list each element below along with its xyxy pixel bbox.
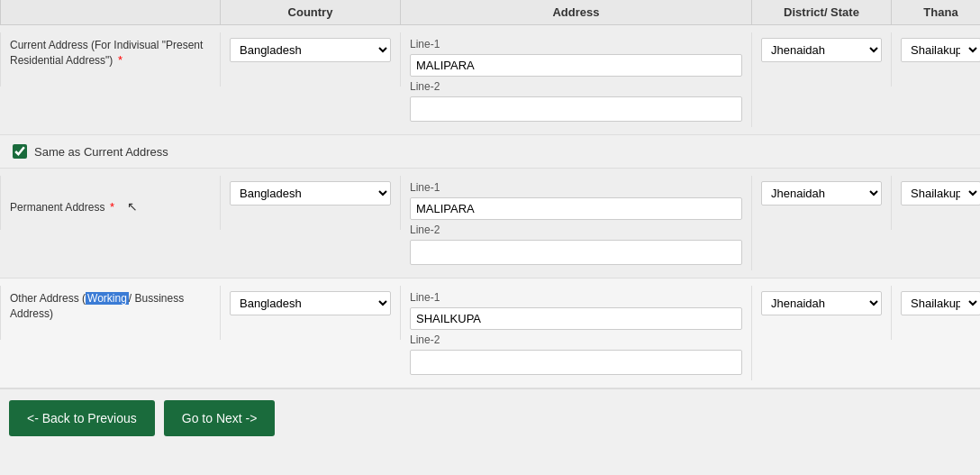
permanent-address-line2-input[interactable] xyxy=(410,240,742,265)
header-district: District/ State xyxy=(752,0,892,24)
table-header: Country Address District/ State Thana Po… xyxy=(0,0,980,25)
current-address-thana-cell: Shailakupa Kotchandpur Harinakunda xyxy=(892,32,980,87)
current-address-label: Current Address (For Indivisual "Present… xyxy=(10,35,203,67)
back-button[interactable]: <- Back to Previous xyxy=(9,400,155,436)
cursor-indicator: ↖ xyxy=(127,199,138,214)
next-button[interactable]: Go to Next -> xyxy=(164,400,276,436)
current-address-district-select[interactable]: Jhenaidah Dhaka Chittagong xyxy=(761,38,882,62)
permanent-address-row: Permanent Address * ↖ Bangladesh India P… xyxy=(0,169,980,279)
current-address-required: * xyxy=(118,53,122,67)
other-address-line2-input[interactable] xyxy=(410,350,742,375)
same-as-current-label: Same as Current Address xyxy=(34,145,168,159)
other-address-line1-label: Line-1 xyxy=(410,291,742,304)
current-address-country-select[interactable]: Bangladesh India Pakistan Others xyxy=(230,38,391,62)
permanent-address-country-cell: Bangladesh India Pakistan Others xyxy=(221,176,401,230)
other-address-label-cell: Other Address (Working/ Bussiness Addres… xyxy=(0,286,221,340)
current-address-address-cell: Line-1 Line-2 xyxy=(401,32,752,127)
other-address-district-select[interactable]: Jhenaidah Dhaka Chittagong xyxy=(761,291,882,315)
other-address-country-select[interactable]: Bangladesh India Pakistan Others xyxy=(230,291,391,315)
permanent-address-district-cell: Jhenaidah Dhaka Chittagong xyxy=(752,176,892,230)
current-address-country-cell: Bangladesh India Pakistan Others xyxy=(221,32,401,87)
other-address-country-cell: Bangladesh India Pakistan Others xyxy=(221,286,401,340)
header-country: Country xyxy=(221,0,401,24)
permanent-address-line1-label: Line-1 xyxy=(410,181,742,194)
other-address-row: Other Address (Working/ Bussiness Addres… xyxy=(0,279,980,388)
other-address-address-cell: Line-1 Line-2 xyxy=(401,286,752,380)
same-as-current-row: Same as Current Address xyxy=(0,135,980,169)
permanent-address-line2-label: Line-2 xyxy=(410,224,742,236)
other-address-district-cell: Jhenaidah Dhaka Chittagong xyxy=(752,286,892,340)
header-thana: Thana xyxy=(892,0,980,24)
address-form: Country Address District/ State Thana Po… xyxy=(0,0,980,447)
other-address-thana-select[interactable]: Shailakupa Kotchandpur Harinakunda xyxy=(901,291,980,315)
current-address-district-cell: Jhenaidah Dhaka Chittagong xyxy=(752,32,892,87)
current-address-line2-label: Line-2 xyxy=(410,80,742,93)
permanent-address-country-select[interactable]: Bangladesh India Pakistan Others xyxy=(230,181,391,206)
current-address-label-cell: Current Address (For Indivisual "Present… xyxy=(0,32,221,87)
permanent-address-address-cell: Line-1 Line-2 xyxy=(401,176,752,270)
permanent-address-label: Permanent Address xyxy=(10,197,104,214)
other-address-label-highlight: Working xyxy=(86,292,129,305)
permanent-address-thana-select[interactable]: Shailakupa Kotchandpur Harinakunda xyxy=(901,181,980,206)
current-address-line2-input[interactable] xyxy=(410,96,742,122)
other-address-line2-label: Line-2 xyxy=(410,333,742,346)
current-address-line1-label: Line-1 xyxy=(410,38,742,50)
current-address-line1-input[interactable] xyxy=(410,54,742,77)
permanent-address-line1-input[interactable] xyxy=(410,197,742,220)
permanent-address-district-select[interactable]: Jhenaidah Dhaka Chittagong xyxy=(761,181,882,206)
header-label-col xyxy=(0,0,221,24)
other-address-label: Other Address (Working/ Bussiness Addres… xyxy=(10,288,184,320)
header-address: Address xyxy=(401,0,752,24)
other-address-thana-cell: Shailakupa Kotchandpur Harinakunda xyxy=(892,286,980,340)
button-row: <- Back to Previous Go to Next -> xyxy=(0,388,980,447)
other-address-label-prefix: Other Address ( xyxy=(10,292,86,305)
current-address-row: Current Address (For Indivisual "Present… xyxy=(0,25,980,135)
current-address-thana-select[interactable]: Shailakupa Kotchandpur Harinakunda xyxy=(901,38,980,62)
other-address-line1-input[interactable] xyxy=(410,307,742,330)
permanent-address-required: * xyxy=(110,200,114,214)
permanent-address-label-cell: Permanent Address * ↖ xyxy=(0,176,221,230)
permanent-address-thana-cell: Shailakupa Kotchandpur Harinakunda xyxy=(892,176,980,230)
same-as-current-checkbox[interactable] xyxy=(13,144,27,159)
